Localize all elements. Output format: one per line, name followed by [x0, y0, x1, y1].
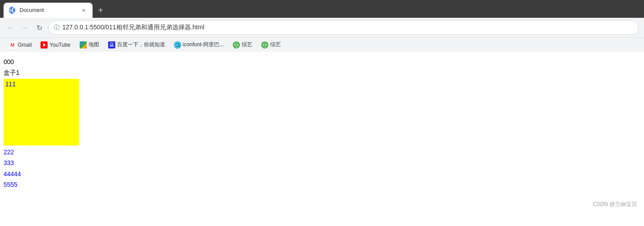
line-333: 333	[4, 158, 640, 168]
new-tab-button[interactable]: +	[94, 4, 107, 16]
bookmark-gmail-label: Gmail	[18, 42, 32, 48]
line-222: 222	[4, 147, 640, 157]
youtube-favicon	[41, 41, 48, 48]
line-5555: 5555	[4, 180, 640, 190]
line-000: 000	[4, 57, 640, 67]
forward-button[interactable]: →	[20, 22, 30, 33]
maps-favicon	[80, 41, 87, 48]
yellow-box-text: 111	[5, 81, 16, 88]
globe1-favicon	[233, 41, 240, 48]
globe2-favicon	[261, 41, 268, 48]
line-box1: 盒子1	[4, 68, 640, 77]
bookmark-iconfont-label: iconfont-阿里巴...	[183, 41, 224, 48]
address-lock-icon: ⓘ	[54, 24, 60, 32]
baidu-favicon	[108, 41, 115, 48]
back-button[interactable]: ←	[5, 22, 16, 33]
line-44444: 44444	[4, 169, 640, 179]
bookmark-zy2[interactable]: 综艺	[258, 39, 284, 51]
tab-title: Document	[20, 7, 77, 13]
tab-favicon	[9, 7, 16, 14]
bookmark-zy1-label: 综艺	[242, 41, 252, 48]
bookmark-gmail[interactable]: M Gmail	[5, 39, 35, 51]
active-tab[interactable]: Document ×	[4, 3, 93, 18]
tab-bar: Document × +	[0, 0, 644, 18]
tab-close-button[interactable]: ×	[80, 7, 87, 14]
reload-button[interactable]: ↻	[34, 22, 45, 33]
svg-point-1	[110, 43, 113, 45]
iconfont-favicon	[174, 41, 181, 48]
bookmark-zy1[interactable]: 综艺	[229, 39, 256, 51]
bookmark-iconfont[interactable]: iconfont-阿里巴...	[170, 39, 227, 51]
gmail-favicon: M	[9, 41, 16, 48]
bookmark-youtube[interactable]: YouTube	[37, 39, 74, 51]
address-bar[interactable]: ⓘ 127.0.0.1:5500/011相邻兄弟和通用兄弟选择器.html	[48, 20, 639, 35]
bookmarks-bar: M Gmail YouTube 地图 百度一下，你就知道	[0, 37, 644, 52]
bookmark-maps[interactable]: 地图	[76, 39, 103, 51]
bookmark-baidu[interactable]: 百度一下，你就知道	[105, 39, 169, 51]
address-url: 127.0.0.1:5500/011相邻兄弟和通用兄弟选择器.html	[62, 24, 204, 32]
bookmark-zy2-label: 综艺	[270, 41, 281, 48]
address-bar-row: ← → ↻ ⓘ 127.0.0.1:5500/011相邻兄弟和通用兄弟选择器.h…	[0, 18, 644, 37]
bookmark-baidu-label: 百度一下，你就知道	[117, 41, 165, 48]
browser-chrome: Document × + ← → ↻ ⓘ 127.0.0.1:5500/011相…	[0, 0, 644, 52]
bookmark-youtube-label: YouTube	[49, 42, 70, 48]
bookmark-maps-label: 地图	[89, 41, 99, 48]
yellow-box: 111	[4, 79, 79, 145]
watermark: CSDN @兰de宝贝	[593, 201, 637, 208]
page-content: 000 盒子1 111 222 333 44444 5555 CSDN @兰de…	[0, 52, 644, 212]
